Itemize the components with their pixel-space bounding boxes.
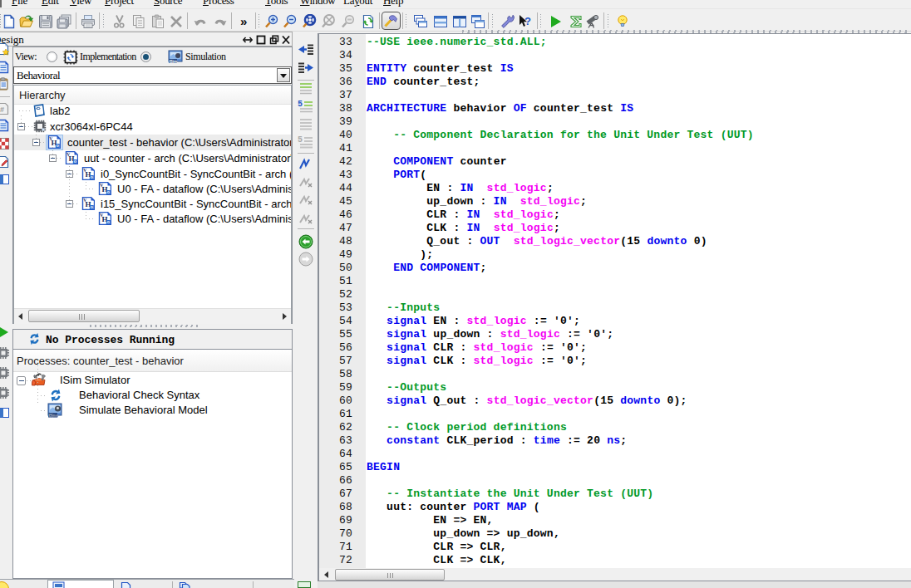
svg-text:o: o xyxy=(74,159,76,164)
svg-text:5: 5 xyxy=(298,100,303,109)
svg-text:ISim: ISim xyxy=(49,413,59,418)
svg-text:o: o xyxy=(91,204,93,209)
svg-text:o: o xyxy=(57,143,59,148)
svg-text:ISim: ISim xyxy=(170,60,178,64)
svg-text:?: ? xyxy=(524,15,531,27)
svg-text:5: 5 xyxy=(298,135,303,145)
svg-text:o: o xyxy=(91,174,93,179)
svg-text:o: o xyxy=(107,219,110,224)
svg-text:#: # xyxy=(0,105,4,114)
svg-text:o: o xyxy=(107,189,110,194)
